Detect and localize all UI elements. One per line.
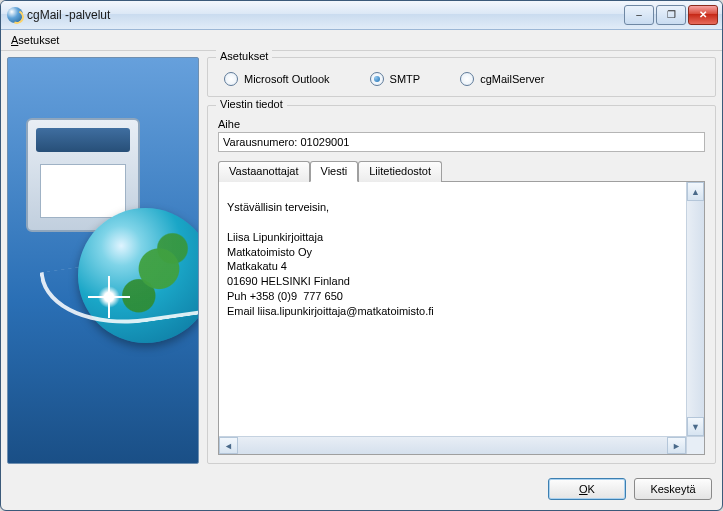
subject-input[interactable] — [218, 132, 705, 152]
radio-smtp[interactable]: SMTP — [370, 72, 421, 86]
chevron-left-icon: ◄ — [224, 441, 233, 451]
maximize-button[interactable]: ❐ — [656, 5, 686, 25]
horizontal-scrollbar[interactable]: ◄ ► — [219, 436, 686, 454]
app-icon — [7, 7, 23, 23]
chevron-down-icon: ▼ — [691, 422, 700, 432]
radio-cgmailserver-label: cgMailServer — [480, 73, 544, 85]
chevron-up-icon: ▲ — [691, 187, 700, 197]
minimize-icon: – — [636, 10, 642, 20]
radio-cgmailserver[interactable]: cgMailServer — [460, 72, 544, 86]
tab-attachments[interactable]: Liitetiedostot — [358, 161, 442, 182]
radio-dot-icon — [460, 72, 474, 86]
tab-content: Ystävällisin terveisin, Liisa Lipunkirjo… — [218, 181, 705, 455]
menu-asetukset[interactable]: Asetukset — [5, 32, 65, 48]
message-body-editor[interactable]: Ystävällisin terveisin, Liisa Lipunkirjo… — [219, 182, 686, 436]
menu-bar: Asetukset — [1, 30, 722, 51]
tab-strip: Vastaanottajat Viesti Liitetiedostot — [218, 160, 705, 181]
scroll-corner — [686, 436, 704, 454]
message-group: Viestin tiedot Aihe Vastaanottajat Viest… — [207, 105, 716, 464]
message-legend: Viestin tiedot — [216, 98, 287, 110]
scroll-left-button[interactable]: ◄ — [219, 437, 238, 454]
app-window: cgMail -palvelut – ❐ ✕ Asetukset Asetuks… — [0, 0, 723, 511]
minimize-button[interactable]: – — [624, 5, 654, 25]
menu-asetukset-rest: setukset — [18, 34, 59, 46]
tab-message[interactable]: Viesti — [310, 161, 359, 182]
scroll-down-button[interactable]: ▼ — [687, 417, 704, 436]
settings-legend: Asetukset — [216, 50, 272, 62]
vertical-scrollbar[interactable]: ▲ ▼ — [686, 182, 704, 436]
scroll-right-button[interactable]: ► — [667, 437, 686, 454]
maximize-icon: ❐ — [667, 10, 676, 20]
title-bar[interactable]: cgMail -palvelut – ❐ ✕ — [1, 1, 722, 30]
side-illustration — [7, 57, 199, 464]
radio-outlook-label: Microsoft Outlook — [244, 73, 330, 85]
radio-outlook[interactable]: Microsoft Outlook — [224, 72, 330, 86]
window-title: cgMail -palvelut — [27, 8, 110, 22]
tab-recipients[interactable]: Vastaanottajat — [218, 161, 310, 182]
radio-smtp-label: SMTP — [390, 73, 421, 85]
body-area: Asetukset Microsoft Outlook SMTP cgMailS… — [1, 51, 722, 470]
scroll-up-button[interactable]: ▲ — [687, 182, 704, 201]
cancel-button[interactable]: Keskeytä — [634, 478, 712, 500]
chevron-right-icon: ► — [672, 441, 681, 451]
radio-dot-icon — [370, 72, 384, 86]
dialog-footer: OK Keskeytä — [1, 470, 722, 510]
close-button[interactable]: ✕ — [688, 5, 718, 25]
ok-button[interactable]: OK — [548, 478, 626, 500]
close-icon: ✕ — [699, 10, 707, 20]
radio-dot-icon — [224, 72, 238, 86]
subject-label: Aihe — [218, 118, 705, 130]
main-panel: Asetukset Microsoft Outlook SMTP cgMailS… — [207, 57, 716, 464]
sparkle-icon — [98, 286, 120, 308]
settings-group: Asetukset Microsoft Outlook SMTP cgMailS… — [207, 57, 716, 97]
